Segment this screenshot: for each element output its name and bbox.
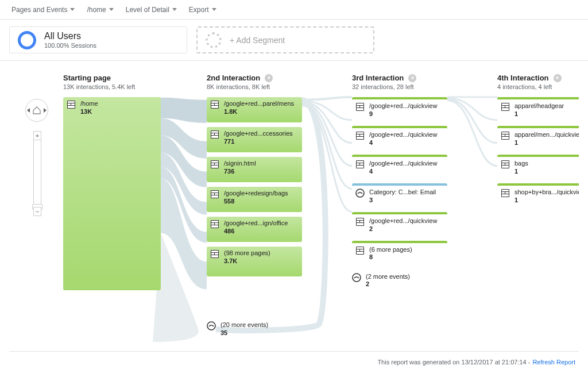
- footer-text: This report was generated on 13/12/2017 …: [377, 359, 530, 366]
- col2-node[interactable]: /google+red...ign/office486: [207, 217, 302, 242]
- page-icon: [210, 220, 219, 229]
- col3-node[interactable]: /google+red.../quickview9: [352, 97, 447, 122]
- column-4: 4th Interaction × 4 interactions, 4 left…: [497, 74, 579, 209]
- segment-title: All Users: [44, 31, 96, 41]
- page-icon: [210, 190, 219, 199]
- col4-close-button[interactable]: ×: [554, 74, 562, 82]
- col4-sub: 4 interactions, 4 left: [497, 83, 579, 90]
- column-2: 2nd Interaction × 8K interactions, 8K le…: [207, 74, 305, 337]
- segment-circle-icon: [18, 31, 36, 49]
- flow-canvas[interactable]: + − Starting page 13K interactions, 5.4K…: [9, 61, 579, 352]
- pan-control[interactable]: [25, 99, 48, 122]
- page-icon: [355, 217, 365, 226]
- col2-close-button[interactable]: ×: [265, 74, 273, 82]
- home-icon: [32, 106, 41, 115]
- col2-sub: 8K interactions, 8K left: [207, 83, 305, 90]
- page-icon: [355, 131, 365, 140]
- start-node-value: 13K: [80, 108, 98, 116]
- page-icon: [210, 100, 219, 109]
- col2-title: 2nd Interaction: [207, 74, 260, 82]
- toolbar: Pages and Events /home Level of Detail E…: [0, 0, 588, 20]
- toolbar-home-label: /home: [87, 6, 106, 14]
- col1-title: Starting page: [63, 74, 111, 82]
- col3-title: 3rd Interaction: [352, 74, 404, 82]
- page-icon: [355, 246, 365, 255]
- page-icon: [355, 102, 365, 111]
- toolbar-export[interactable]: Export: [184, 3, 222, 16]
- toolbar-pages-events[interactable]: Pages and Events: [7, 3, 80, 16]
- col4-title: 4th Interaction: [497, 74, 549, 82]
- segment-add-circle-icon: [206, 32, 222, 48]
- col3-node[interactable]: /google+red.../quickview4: [352, 126, 447, 151]
- col4-node[interactable]: apparel/headgear1: [497, 97, 579, 122]
- page-icon: [501, 189, 510, 198]
- segment-bar: All Users 100.00% Sessions + Add Segment: [0, 20, 588, 61]
- toolbar-level-label: Level of Detail: [126, 6, 169, 14]
- caret-down-icon: [109, 7, 114, 12]
- caret-down-icon: [212, 7, 217, 12]
- col2-node[interactable]: /google+redesign/bags558: [207, 187, 302, 212]
- zoom-slider[interactable]: + −: [33, 131, 41, 216]
- refresh-report-link[interactable]: Refresh Report: [532, 359, 575, 366]
- column-3: 3rd Interaction × 32 interactions, 28 le…: [352, 74, 451, 289]
- page-icon: [210, 160, 219, 169]
- toolbar-export-label: Export: [189, 6, 209, 14]
- col3-node-event[interactable]: Category: C...bel: Email3: [352, 183, 447, 209]
- col2-node[interactable]: /google+red...parel/mens1.8K: [207, 97, 302, 122]
- segment-subtitle: 100.00% Sessions: [44, 42, 96, 49]
- col4-node[interactable]: apparel/men.../quickview1: [497, 126, 579, 151]
- col2-node[interactable]: /signin.html736: [207, 157, 302, 182]
- segment-add[interactable]: + Add Segment: [196, 26, 374, 53]
- col2-node[interactable]: /google+red...ccessories771: [207, 127, 302, 152]
- page-icon: [501, 102, 510, 111]
- page-icon: [210, 249, 219, 259]
- col2-node-more-pages[interactable]: (98 more pages)3.7K: [207, 247, 302, 276]
- segment-all-users[interactable]: All Users 100.00% Sessions: [9, 26, 187, 53]
- col3-more-events[interactable]: (2 more events)2: [352, 273, 451, 289]
- caret-down-icon: [172, 7, 177, 12]
- event-icon: [207, 321, 216, 330]
- col3-node[interactable]: /google+red.../quickview2: [352, 212, 447, 237]
- toolbar-level-of-detail[interactable]: Level of Detail: [121, 3, 182, 16]
- event-icon: [355, 189, 365, 198]
- start-node[interactable]: /home 13K: [63, 97, 161, 290]
- page-icon: [210, 130, 219, 139]
- col3-close-button[interactable]: ×: [408, 74, 416, 82]
- col4-node[interactable]: shop+by+bra.../quickview1: [497, 183, 579, 209]
- toolbar-pages-events-label: Pages and Events: [11, 6, 67, 14]
- col3-sub: 32 interactions, 28 left: [352, 83, 451, 90]
- col1-sub: 13K interactions, 5.4K left: [63, 83, 162, 90]
- start-node-label: /home: [80, 100, 98, 108]
- page-icon: [501, 160, 510, 169]
- col3-node-more-pages[interactable]: (6 more pages)8: [352, 241, 447, 266]
- toolbar-home[interactable]: /home: [82, 3, 118, 16]
- report-footer: This report was generated on 13/12/2017 …: [0, 352, 588, 372]
- column-start: Starting page 13K interactions, 5.4K lef…: [63, 74, 162, 290]
- page-icon: [501, 131, 510, 140]
- event-icon: [352, 273, 361, 282]
- page-icon: [355, 160, 365, 169]
- col3-node[interactable]: /google+red.../quickview4: [352, 155, 447, 180]
- col4-node[interactable]: bags1: [497, 155, 579, 180]
- col2-more-events[interactable]: (20 more events)35: [207, 321, 305, 337]
- zoom-out-button[interactable]: −: [33, 207, 41, 216]
- segment-add-label: + Add Segment: [230, 36, 285, 45]
- page-icon: [67, 100, 76, 109]
- caret-down-icon: [70, 7, 75, 12]
- zoom-in-button[interactable]: +: [33, 131, 41, 140]
